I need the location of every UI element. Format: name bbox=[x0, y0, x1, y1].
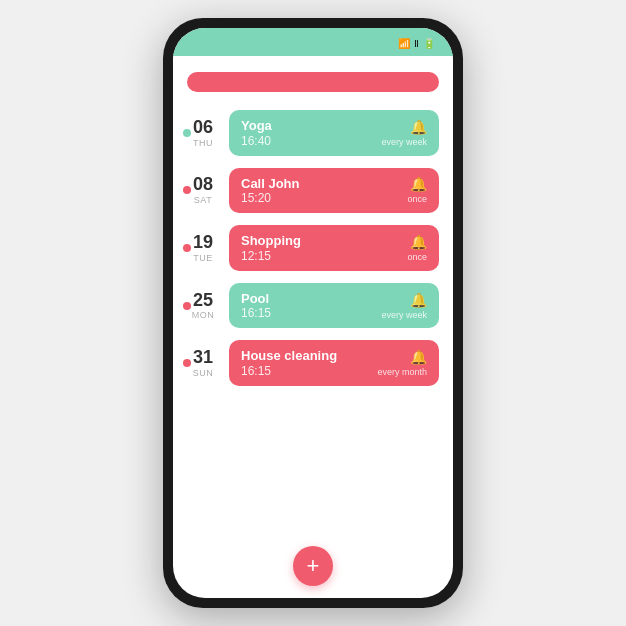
event-right: 🔔 once bbox=[407, 234, 427, 262]
event-info: Call John 15:20 bbox=[241, 176, 300, 206]
event-card[interactable]: Pool 16:15 🔔 every week bbox=[229, 283, 439, 329]
event-right: 🔔 once bbox=[407, 176, 427, 204]
reminder-dot bbox=[183, 129, 191, 137]
event-name: Yoga bbox=[241, 118, 272, 134]
date-day: THU bbox=[193, 138, 213, 148]
event-right: 🔔 every week bbox=[381, 292, 427, 320]
date-number: 31 bbox=[193, 348, 213, 368]
event-time: 16:15 bbox=[241, 306, 271, 320]
reminder-dot bbox=[183, 186, 191, 194]
event-name: Pool bbox=[241, 291, 271, 307]
date-section: 06 THU bbox=[187, 118, 219, 148]
add-reminder-button[interactable]: + bbox=[293, 546, 333, 586]
bell-icon: 🔔 bbox=[410, 119, 427, 135]
status-icons: 📶 Ⅱ 🔋 bbox=[398, 38, 435, 49]
date-number: 08 bbox=[193, 175, 213, 195]
reminder-dot bbox=[183, 302, 191, 310]
wifi-icon: 📶 bbox=[398, 38, 410, 49]
event-right: 🔔 every week bbox=[381, 119, 427, 147]
date-day: SAT bbox=[194, 195, 212, 205]
event-info: Shopping 12:15 bbox=[241, 233, 301, 263]
event-time: 16:15 bbox=[241, 364, 337, 378]
reminder-row[interactable]: 06 THU Yoga 16:40 🔔 every week bbox=[187, 104, 439, 162]
date-number: 06 bbox=[193, 118, 213, 138]
date-day: SUN bbox=[193, 368, 214, 378]
date-number: 25 bbox=[193, 291, 213, 311]
event-name: Shopping bbox=[241, 233, 301, 249]
event-frequency: once bbox=[407, 252, 427, 262]
date-section: 31 SUN bbox=[187, 348, 219, 378]
fab-container: + bbox=[173, 538, 453, 598]
reminder-dot bbox=[183, 244, 191, 252]
phone-screen: 📶 Ⅱ 🔋 06 THU Yoga bbox=[173, 28, 453, 598]
date-day: MON bbox=[192, 310, 215, 320]
date-section: 08 SAT bbox=[187, 175, 219, 205]
date-section: 19 TUE bbox=[187, 233, 219, 263]
event-frequency: once bbox=[407, 194, 427, 204]
event-frequency: every week bbox=[381, 310, 427, 320]
bell-icon: 🔔 bbox=[410, 292, 427, 308]
date-number: 19 bbox=[193, 233, 213, 253]
month-selector[interactable] bbox=[187, 72, 439, 92]
reminder-dot bbox=[183, 359, 191, 367]
reminder-row[interactable]: 25 MON Pool 16:15 🔔 every week bbox=[187, 277, 439, 335]
reminder-row[interactable]: 19 TUE Shopping 12:15 🔔 once bbox=[187, 219, 439, 277]
column-headers bbox=[173, 92, 453, 100]
signal-icon: Ⅱ bbox=[414, 38, 419, 49]
bell-icon: 🔔 bbox=[410, 234, 427, 250]
reminders-list: 06 THU Yoga 16:40 🔔 every week 08 SAT bbox=[173, 100, 453, 538]
phone-frame: 📶 Ⅱ 🔋 06 THU Yoga bbox=[163, 18, 463, 608]
event-time: 16:40 bbox=[241, 134, 272, 148]
event-right: 🔔 every month bbox=[377, 349, 427, 377]
event-card[interactable]: House cleaning 16:15 🔔 every month bbox=[229, 340, 439, 386]
event-time: 12:15 bbox=[241, 249, 301, 263]
event-info: Pool 16:15 bbox=[241, 291, 271, 321]
event-time: 15:20 bbox=[241, 191, 300, 205]
bell-icon: 🔔 bbox=[410, 176, 427, 192]
event-card[interactable]: Call John 15:20 🔔 once bbox=[229, 168, 439, 214]
date-section: 25 MON bbox=[187, 291, 219, 321]
event-frequency: every week bbox=[381, 137, 427, 147]
event-card[interactable]: Shopping 12:15 🔔 once bbox=[229, 225, 439, 271]
date-day: TUE bbox=[193, 253, 213, 263]
app-title bbox=[173, 56, 453, 72]
event-card[interactable]: Yoga 16:40 🔔 every week bbox=[229, 110, 439, 156]
event-info: House cleaning 16:15 bbox=[241, 348, 337, 378]
event-name: Call John bbox=[241, 176, 300, 192]
status-bar: 📶 Ⅱ 🔋 bbox=[173, 28, 453, 56]
battery-icon: 🔋 bbox=[423, 38, 435, 49]
reminder-row[interactable]: 31 SUN House cleaning 16:15 🔔 every mont… bbox=[187, 334, 439, 392]
event-info: Yoga 16:40 bbox=[241, 118, 272, 148]
event-frequency: every month bbox=[377, 367, 427, 377]
bell-icon: 🔔 bbox=[410, 349, 427, 365]
reminder-row[interactable]: 08 SAT Call John 15:20 🔔 once bbox=[187, 162, 439, 220]
event-name: House cleaning bbox=[241, 348, 337, 364]
